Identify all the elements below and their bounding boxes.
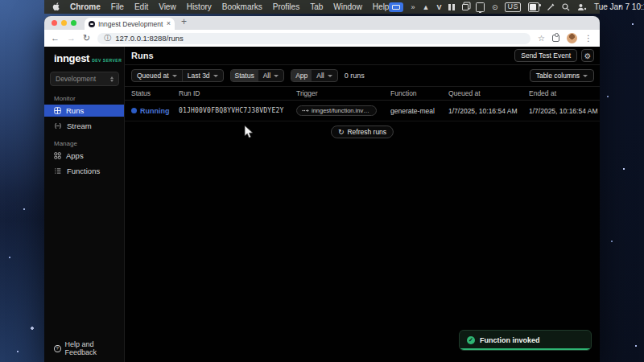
chevron-down-icon — [213, 75, 218, 77]
table-columns-button[interactable]: Table columns — [530, 69, 594, 82]
sidebar-item-label: Functions — [67, 167, 100, 175]
time-range-select[interactable]: Last 3d — [182, 70, 223, 81]
workspace-select[interactable]: Development — [50, 72, 119, 86]
col-queued-at: Queued at — [448, 89, 529, 97]
col-run-id: Run ID — [179, 89, 296, 97]
extensions-icon[interactable] — [552, 35, 559, 42]
refresh-runs-button[interactable]: ↻ Refresh runs — [331, 125, 394, 138]
time-range-value: Last 3d — [188, 72, 210, 80]
sidebar-item-label: Apps — [66, 151, 84, 160]
keyboard-layout-badge[interactable]: US — [505, 2, 521, 12]
menubar-clock[interactable]: Tue Jan 7 10:16 — [594, 2, 644, 11]
run-id: 01JH00V0FBQ8YVHC7J38VDYE2Y — [179, 107, 296, 114]
sidebar-item-runs[interactable]: Runs — [44, 105, 124, 117]
new-tab-button[interactable]: + — [175, 16, 193, 30]
spotlight-search-icon[interactable] — [562, 2, 570, 12]
running-status-dot — [131, 108, 137, 113]
play-circle-status-icon[interactable]: ⊙ — [492, 2, 498, 12]
double-arrow-status-icon[interactable]: » — [411, 2, 415, 12]
pen-tool-status-icon[interactable] — [547, 2, 555, 12]
col-status: Status — [131, 89, 179, 97]
minimize-window-button[interactable] — [61, 20, 67, 26]
sidebar-item-label: Runs — [66, 106, 84, 115]
browser-menu-icon[interactable]: ⋮ — [584, 34, 593, 43]
status-filter-select[interactable]: All — [258, 70, 283, 81]
time-filter[interactable]: Queued at Last 3d — [131, 69, 224, 82]
menu-help[interactable]: Help — [373, 2, 390, 11]
table-columns-label: Table columns — [536, 72, 580, 80]
app-filter-label: App — [291, 70, 312, 81]
manage-section-label: Manage — [54, 140, 77, 147]
display-status-icon[interactable] — [476, 2, 485, 12]
sidebar-item-functions[interactable]: Functions — [44, 165, 124, 177]
menu-edit[interactable]: Edit — [134, 2, 148, 11]
status-filter[interactable]: Status All — [230, 69, 285, 82]
filter-bar: Queued at Last 3d Status All App All 0 r… — [125, 65, 600, 87]
sidebar-item-apps[interactable]: Apps — [44, 150, 124, 162]
chevron-down-icon — [172, 75, 177, 77]
menu-view[interactable]: View — [159, 2, 176, 11]
browser-window: Inngest Development Server × + ← → ↻ ⓘ 1… — [44, 16, 600, 362]
v-app-status-icon[interactable]: V — [436, 2, 441, 12]
app-filter-select[interactable]: All — [312, 70, 336, 81]
menu-profiles[interactable]: Profiles — [273, 2, 299, 11]
menu-bookmarks[interactable]: Bookmarks — [222, 2, 262, 11]
browser-toolbar: ← → ↻ ⓘ 127.0.0.1:8288/runs ☆ ⋮ — [44, 30, 600, 47]
stream-icon — [54, 122, 62, 130]
url-text: 127.0.0.1:8288/runs — [115, 34, 184, 43]
queued-at-value: 1/7/2025, 10:16:54 AM — [448, 107, 529, 115]
status-filter-label: Status — [231, 70, 258, 81]
help-and-feedback[interactable]: ? Help and Feedback — [54, 340, 124, 356]
bookmark-star-icon[interactable]: ☆ — [538, 34, 545, 43]
table-row[interactable]: Running 01JH00V0FBQ8YVHC7J38VDYE2Y innge… — [125, 101, 600, 121]
menu-file[interactable]: File — [111, 2, 124, 11]
profile-avatar[interactable] — [567, 33, 577, 43]
close-window-button[interactable] — [52, 20, 57, 26]
settings-gear-button[interactable]: ⚙ — [581, 49, 594, 62]
menu-window[interactable]: Window — [333, 2, 362, 11]
time-field-value: Queued at — [137, 72, 169, 80]
apple-menu-icon[interactable] — [52, 2, 60, 12]
status-filter-value: All — [263, 72, 270, 80]
trigger-badge[interactable]: inngest/function.invoked — [296, 105, 377, 116]
app-filter-value: All — [316, 72, 324, 80]
refresh-icon: ↻ — [338, 129, 345, 136]
triangle-app-status-icon[interactable]: ▲ — [422, 2, 429, 12]
address-bar[interactable]: ⓘ 127.0.0.1:8288/runs — [97, 33, 530, 44]
blocks-status-icon[interactable] — [448, 2, 455, 12]
reload-button[interactable]: ↻ — [83, 34, 90, 43]
functions-icon — [54, 167, 62, 175]
browser-tab[interactable]: Inngest Development Server × — [85, 18, 175, 30]
user-switch-icon[interactable] — [577, 2, 587, 12]
menubar-app-name[interactable]: Chrome — [70, 2, 101, 11]
forward-button[interactable]: → — [67, 34, 76, 43]
runs-icon — [54, 107, 61, 114]
time-field-select[interactable]: Queued at — [132, 70, 182, 81]
copy-stack-status-icon[interactable] — [462, 2, 469, 12]
toast-notification[interactable]: ✓ Function invoked — [459, 330, 592, 351]
inngest-app: inngest DEV SERVER Development Monitor R… — [44, 47, 600, 362]
back-button[interactable]: ← — [51, 34, 60, 43]
send-test-event-button[interactable]: Send Test Event — [514, 49, 577, 62]
macos-menubar: Chrome File Edit View History Bookmarks … — [44, 0, 600, 14]
event-icon — [302, 108, 309, 113]
menu-history[interactable]: History — [187, 2, 212, 11]
tab-title: Inngest Development Server — [98, 20, 163, 28]
select-updown-icon — [110, 76, 114, 82]
sidebar: inngest DEV SERVER Development Monitor R… — [44, 47, 125, 362]
site-info-icon[interactable]: ⓘ — [104, 35, 111, 42]
page-header: Runs Send Test Event ⚙ — [125, 47, 600, 65]
chevron-down-icon — [328, 75, 332, 77]
toast-progress-bar — [460, 348, 591, 350]
screen-share-indicator-icon[interactable] — [389, 2, 403, 12]
zoom-window-button[interactable] — [71, 20, 76, 26]
tab-close-icon[interactable]: × — [167, 20, 171, 27]
sidebar-item-stream[interactable]: Stream — [44, 120, 124, 132]
table-header: Status Run ID Trigger Function Queued at… — [125, 87, 600, 101]
apps-icon — [54, 152, 61, 159]
ended-at-value: 1/7/2025, 10:16:54 AM — [529, 107, 600, 115]
battery-icon[interactable] — [528, 2, 539, 12]
main-content: Runs Send Test Event ⚙ Queued at Last 3d… — [125, 47, 600, 362]
menu-tab[interactable]: Tab — [310, 2, 323, 11]
app-filter[interactable]: App All — [291, 69, 338, 82]
